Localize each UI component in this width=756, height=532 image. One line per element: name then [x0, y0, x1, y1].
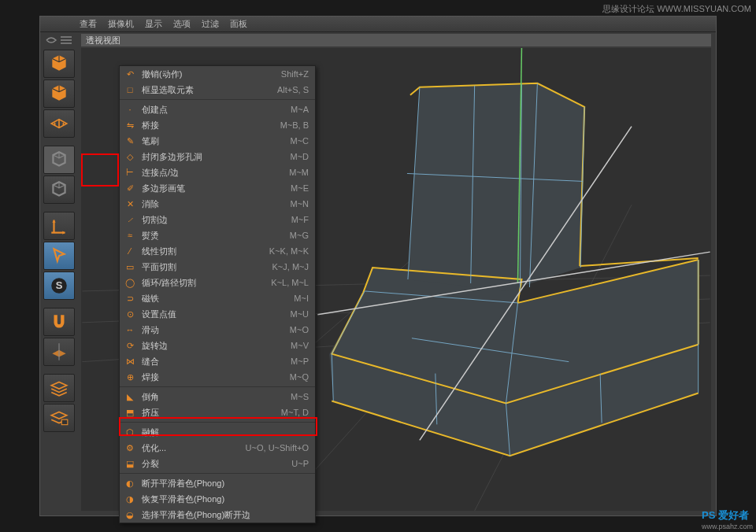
menu-shortcut: K~L, M~L: [271, 278, 309, 287]
menu-label: 循环/路径切割: [142, 277, 196, 289]
menu-label: 磁铁: [142, 293, 159, 305]
menu-divider: [120, 473, 315, 474]
workplane-tool[interactable]: [43, 338, 75, 366]
menu-label: 笔刷: [142, 135, 159, 147]
viewport-label[interactable]: 透视视图: [81, 34, 711, 46]
menu-label: 缝合: [142, 356, 159, 368]
menu-item-spin[interactable]: ⟳旋转边M~V: [120, 338, 315, 353]
menu-item-loop[interactable]: ◯循环/路径切割K~L, M~L: [120, 275, 315, 290]
pt-icon: ·: [124, 103, 136, 116]
menu-item-slide[interactable]: ↔滑动M~O: [120, 322, 315, 338]
editable-tool[interactable]: [43, 146, 75, 174]
close-icon: ◇: [124, 150, 136, 163]
menu-label: 消除: [142, 198, 159, 210]
menu-display[interactable]: 显示: [145, 18, 162, 30]
menu-item-ph1[interactable]: ◐断开平滑着色(Phong): [120, 475, 315, 491]
menu-label: 撤销(动作): [142, 68, 182, 80]
tool-palette: S: [43, 50, 78, 432]
svg-marker-8: [408, 83, 584, 291]
menu-filter[interactable]: 过滤: [202, 18, 219, 30]
menu-item-opt[interactable]: ⚙优化...U~O, U~Shift+O: [120, 440, 315, 456]
menu-item-frame[interactable]: □框显选取元素Alt+S, S: [120, 82, 315, 98]
menu-shortcut: M~V: [291, 341, 309, 350]
stitch-icon: ⋈: [124, 355, 136, 368]
menu-label: 倒角: [142, 391, 159, 403]
menu-item-brush[interactable]: ✎笔刷M~C: [120, 133, 315, 149]
menu-item-set[interactable]: ⊙设置点值M~U: [120, 306, 315, 322]
ph2-icon: ◑: [124, 493, 136, 505]
axis-tool[interactable]: [43, 212, 75, 240]
menu-item-dis[interactable]: ⬡融解: [120, 424, 315, 440]
menu-divider: [120, 422, 315, 423]
loop-icon: ◯: [124, 276, 136, 289]
model-tool[interactable]: [43, 175, 75, 204]
menu-shortcut: M~S: [291, 392, 309, 401]
menu-item-mag[interactable]: ⊃磁铁M~I: [120, 290, 315, 306]
menu-item-ph3[interactable]: ◒选择平滑着色(Phong)断开边: [120, 507, 315, 523]
menu-item-ph2[interactable]: ◑恢复平滑着色(Phong): [120, 491, 315, 507]
menu-item-stitch[interactable]: ⋈缝合M~P: [120, 353, 315, 369]
cube-alt-tool[interactable]: [43, 79, 75, 108]
menu-panel[interactable]: 面板: [230, 18, 247, 30]
spin-icon: ⟳: [124, 339, 136, 352]
menu-label: 优化...: [142, 442, 166, 454]
menu-shortcut: M~T, D: [281, 408, 309, 417]
menu-item-pcut[interactable]: ▭平面切割K~J, M~J: [120, 259, 315, 275]
menu-item-weld[interactable]: ⊕焊接M~Q: [120, 369, 315, 385]
menu-label: 连接点/边: [142, 167, 179, 179]
menu-item-iron[interactable]: ≈熨烫M~G: [120, 227, 315, 243]
menu-shortcut: Alt+S, S: [277, 85, 309, 94]
menu-label: 融解: [142, 427, 159, 438]
app-frame: 查看 摄像机 显示 选项 过滤 面板 透视视图 S ↶撤销(动作)Shift+Z…: [39, 16, 717, 516]
menu-item-split[interactable]: ⬓分裂U~P: [120, 456, 315, 471]
layer-tool[interactable]: [43, 374, 75, 402]
context-menu: ↶撤销(动作)Shift+Z□框显选取元素Alt+S, S·创建点M~A⇋桥接M…: [119, 65, 316, 523]
menu-label: 熨烫: [142, 230, 159, 242]
ph1-icon: ◐: [124, 477, 136, 490]
menu-shortcut: M~I: [294, 294, 309, 303]
frame-icon: □: [124, 83, 136, 96]
cube-tool[interactable]: [43, 50, 75, 78]
mag-icon: ⊃: [124, 292, 136, 305]
dis-icon: ⬡: [124, 426, 136, 438]
menu-shortcut: M~E: [291, 183, 309, 193]
lock-layer-tool[interactable]: [43, 404, 75, 432]
menu-item-pt[interactable]: ·创建点M~A: [120, 102, 315, 117]
menu-shortcut: M~P: [291, 357, 309, 366]
menu-label: 选择平滑着色(Phong)断开边: [142, 509, 250, 521]
cut-icon: ⟋: [124, 213, 136, 226]
grid-tool[interactable]: [43, 109, 75, 138]
pen-icon: ✐: [124, 182, 136, 194]
split-icon: ⬓: [124, 457, 136, 470]
menu-item-undo[interactable]: ↶撤销(动作)Shift+Z: [120, 66, 315, 82]
edge-icon: ⊢: [124, 166, 136, 179]
menu-label: 分裂: [142, 458, 159, 470]
menu-item-kcut[interactable]: ∕线性切割K~K, M~K: [120, 243, 315, 259]
menu-item-extr[interactable]: ⬒挤压M~T, D: [120, 405, 315, 420]
menu-label: 挤压: [142, 407, 159, 419]
watermark-bottom: PS 爱好者 www.psahz.com: [702, 508, 753, 530]
menu-shortcut: M~A: [291, 105, 309, 114]
kcut-icon: ∕: [124, 245, 136, 257]
menu-item-elim[interactable]: ✕消除M~N: [120, 196, 315, 212]
menu-item-cut[interactable]: ⟋切割边M~F: [120, 212, 315, 227]
menu-item-close[interactable]: ◇封闭多边形孔洞M~D: [120, 149, 315, 164]
menu-item-pen[interactable]: ✐多边形画笔M~E: [120, 180, 315, 196]
menu-shortcut: M~Q: [290, 372, 309, 382]
menu-shortcut: M~O: [290, 325, 309, 334]
menu-item-bridge[interactable]: ⇋桥接M~B, B: [120, 117, 315, 133]
menu-shortcut: U~O, U~Shift+O: [246, 443, 309, 453]
watermark-top: 思缘设计论坛 WWW.MISSYUAN.COM: [602, 3, 751, 15]
move-tool[interactable]: [43, 242, 75, 270]
menu-item-edge[interactable]: ⊢连接点/边M~M: [120, 164, 315, 180]
menu-label: 断开平滑着色(Phong): [142, 478, 224, 490]
snap-tool[interactable]: S: [43, 272, 75, 300]
magnet-tool[interactable]: [43, 308, 75, 336]
menu-options[interactable]: 选项: [173, 18, 191, 30]
bridge-icon: ⇋: [124, 119, 136, 131]
menu-divider: [120, 386, 315, 387]
menu-item-bevel[interactable]: ◣倒角M~S: [120, 389, 315, 405]
menu-camera[interactable]: 摄像机: [108, 18, 134, 30]
menu-view[interactable]: 查看: [80, 18, 97, 30]
menu-label: 平面切割: [142, 261, 176, 273]
